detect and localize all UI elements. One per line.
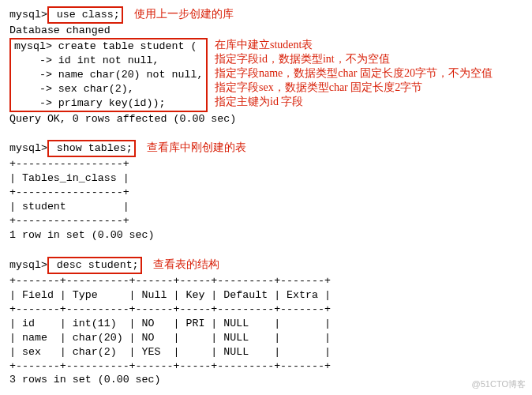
db-changed: Database changed [9,24,523,38]
tables-header: | Tables_in_class | [9,171,523,186]
watermark: @51CTO博客 [472,378,526,390]
query-ok: Query OK, 0 rows affected (0.00 sec) [9,112,523,126]
annot-desc: 查看表的结构 [153,258,219,270]
show-tables-command: show tables; [47,140,136,157]
desc-border: +-------+----------+------+-----+-------… [9,274,523,288]
show-tables-line: mysql> show tables;查看库中刚创建的表 [9,140,523,157]
create-table-command: mysql> create table student ( -> id int … [9,38,208,112]
tables-row: | student | [9,200,523,214]
desc-row-name: | name | char(20) | NO | | NULL | | [9,331,523,345]
create-annotations: 在库中建立student表 指定字段id，数据类型int，不为空值 指定字段na… [215,38,493,109]
mysql-prompt: mysql> [9,9,47,21]
annot-create-3: 指定字段name，数据类型char 固定长度20字节，不为空值 [215,66,493,81]
annot-create-2: 指定字段id，数据类型int，不为空值 [215,52,493,66]
three-rows-in-set: 3 rows in set (0.00 sec) [9,373,523,387]
terminal-output: mysql> use class;使用上一步创建的库 Database chan… [9,6,523,395]
annot-use-class: 使用上一步创建的库 [134,8,234,20]
annot-create-5: 指定主键为id 字段 [215,95,493,109]
one-row-in-set: 1 row in set (0.00 sec) [9,228,523,243]
annot-create-4: 指定字段sex，数据类型char 固定长度2字节 [215,81,493,95]
desc-student-command: desc student; [47,257,142,274]
desc-row-sex: | sex | char(2) | YES | | NULL | | [9,345,523,359]
annot-create-1: 在库中建立student表 [215,38,493,52]
desc-row-id: | id | int(11) | NO | PRI | NULL | | [9,317,523,331]
desc-header: | Field | Type | Null | Key | Default | … [9,288,523,303]
create-table-block: mysql> create table student ( -> id int … [9,38,523,112]
desc-line: mysql> desc student;查看表的结构 [9,257,523,274]
use-class-command: use class; [47,6,123,24]
use-class-line: mysql> use class;使用上一步创建的库 [9,6,523,24]
tables-border: +-----------------+ [9,157,523,171]
annot-show-tables: 查看库中刚创建的表 [147,141,246,153]
